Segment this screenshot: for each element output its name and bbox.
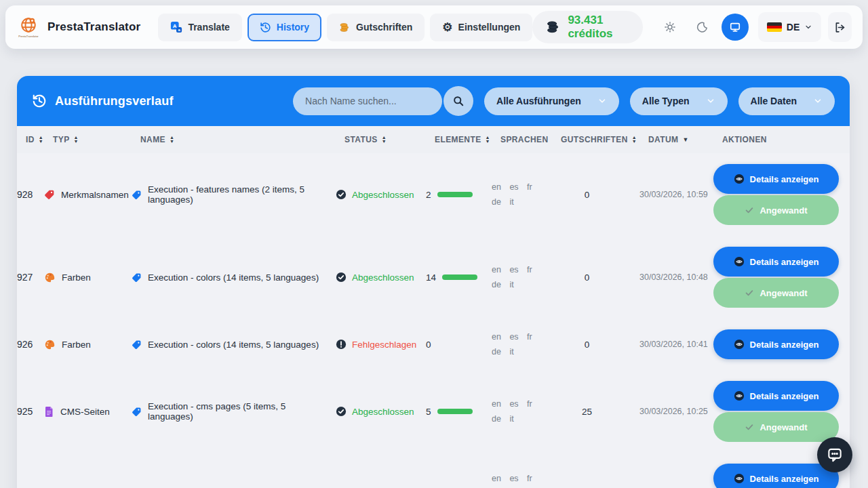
- tab-translate[interactable]: A a Translate: [158, 14, 241, 41]
- sort-icon: ▲▼: [382, 136, 387, 144]
- row-name: Execution - cms pages (5 items, 5 langua…: [132, 401, 336, 422]
- tab-gutschriften[interactable]: Gutschriften: [327, 14, 425, 41]
- progress-bar: [442, 274, 477, 280]
- tab-translate-label: Translate: [188, 22, 229, 33]
- search-input[interactable]: [293, 87, 442, 115]
- applied-button-label: Angewandt: [760, 422, 807, 432]
- status-success-icon: [336, 272, 347, 283]
- progress-bar: [437, 409, 473, 414]
- status-success-icon: [336, 406, 347, 417]
- row-elements: 0: [426, 340, 492, 350]
- filter-dates-label: Alle Daten: [751, 96, 797, 106]
- chevron-down-icon: [804, 23, 812, 31]
- filter-executions[interactable]: Alle Ausführungen: [484, 87, 619, 115]
- row-actions: Details anzeigen Angewandt: [713, 464, 839, 488]
- applied-button-label: Angewandt: [760, 205, 807, 216]
- column-header-typ[interactable]: TYP ▲▼: [53, 135, 140, 144]
- column-header-datum[interactable]: DATUM ▼: [648, 135, 722, 144]
- logout-icon: [833, 21, 846, 34]
- tab-history-label: History: [277, 22, 309, 33]
- row-languages: en es fr de it: [492, 262, 552, 292]
- row-status: Abgeschlossen: [336, 272, 426, 283]
- logo-caption: PrestaTranslator: [18, 35, 38, 38]
- credits-coins-icon: [546, 20, 561, 35]
- applied-button[interactable]: Angewandt: [713, 278, 839, 308]
- tag-red-icon: [44, 189, 55, 200]
- status-badge: Abgeschlossen: [352, 190, 414, 200]
- status-badge: Fehlgeschlagen: [352, 340, 416, 350]
- row-elements: 14: [426, 272, 492, 283]
- row-type-label: CMS-Seiten: [60, 407, 110, 417]
- search-button[interactable]: [443, 86, 473, 116]
- tab-einstellungen[interactable]: ⚙ Einstellungen: [430, 14, 532, 41]
- details-button[interactable]: Details anzeigen: [713, 164, 839, 194]
- row-name: Execution - features names (2 items, 5 l…: [132, 184, 336, 205]
- tab-history[interactable]: History: [248, 14, 321, 41]
- app-logo-icon: PrestaTranslator: [16, 16, 41, 38]
- coins-icon: [339, 22, 351, 33]
- details-button[interactable]: Details anzeigen: [713, 464, 839, 488]
- light-theme-button[interactable]: [656, 14, 684, 41]
- row-elements-count: 2: [426, 190, 431, 200]
- row-actions: Details anzeigen Angewandt: [713, 247, 839, 308]
- chat-fab-button[interactable]: [817, 437, 852, 472]
- row-credits: 0: [552, 340, 639, 350]
- system-theme-button[interactable]: [722, 14, 749, 41]
- cms-file-icon: [44, 406, 54, 418]
- details-button[interactable]: Details anzeigen: [713, 381, 839, 411]
- column-header-aktionen: AKTIONEN: [722, 135, 850, 144]
- history-icon: [260, 22, 271, 33]
- brand: PrestaTranslator PrestaTranslator: [16, 16, 140, 38]
- column-header-name[interactable]: NAME ▲▼: [140, 135, 344, 144]
- row-languages-line1: en es fr: [492, 180, 552, 195]
- row-date: 30/03/2026, 10:25: [639, 407, 713, 416]
- eye-icon: [734, 473, 745, 484]
- eye-icon: [734, 256, 745, 267]
- row-name-label: Execution - colors (14 items, 5 language…: [148, 272, 319, 283]
- table-body: 928: [17, 153, 850, 488]
- dark-theme-button[interactable]: [689, 14, 716, 41]
- credits-badge[interactable]: 93.431 créditos: [532, 11, 642, 43]
- sort-desc-icon: ▼: [682, 136, 688, 143]
- search-icon: [452, 94, 465, 108]
- details-button-label: Details anzeigen: [750, 474, 819, 484]
- row-languages: en es fr de it: [492, 396, 552, 426]
- row-languages: en es fr: [492, 471, 552, 486]
- language-selector[interactable]: DE: [758, 12, 821, 42]
- main-tabs: A a Translate History: [158, 14, 532, 41]
- row-name-label: Execution - features names (2 items, 5 l…: [148, 184, 326, 205]
- monitor-icon: [728, 20, 742, 34]
- svg-text:A: A: [173, 23, 177, 29]
- palette-icon: [44, 272, 56, 283]
- row-elements-count: 5: [426, 407, 431, 417]
- table-row: 926: [17, 319, 850, 370]
- filter-types[interactable]: Alle Typen: [630, 87, 728, 115]
- column-header-id[interactable]: ID ▲▼: [26, 135, 53, 144]
- column-header-status[interactable]: STATUS ▲▼: [344, 135, 435, 144]
- column-header-gutschriften[interactable]: GUTSCHRIFTEN ▲▼: [561, 135, 648, 144]
- applied-button[interactable]: Angewandt: [713, 412, 839, 442]
- table-row: 928: [17, 153, 850, 236]
- credits-amount: 93.431 créditos: [568, 14, 629, 41]
- details-button[interactable]: Details anzeigen: [713, 329, 839, 359]
- details-button[interactable]: Details anzeigen: [713, 247, 839, 277]
- chevron-down-icon: [813, 96, 823, 106]
- row-status: Abgeschlossen: [336, 406, 426, 417]
- applied-button[interactable]: Angewandt: [713, 195, 839, 225]
- row-languages-line1: en es fr: [492, 262, 552, 277]
- status-error-icon: [336, 339, 347, 350]
- row-name: Execution - colors (14 items, 5 language…: [132, 272, 336, 283]
- gear-icon: ⚙: [442, 22, 452, 33]
- row-credits: 0: [552, 272, 639, 283]
- status-badge: Abgeschlossen: [352, 272, 414, 283]
- history-title-icon: [32, 94, 47, 108]
- top-navbar: PrestaTranslator PrestaTranslator A a Tr…: [5, 5, 863, 49]
- eye-icon: [734, 174, 745, 184]
- column-header-sprachen: SPRACHEN: [500, 135, 561, 144]
- logout-button[interactable]: [828, 12, 852, 42]
- row-languages-line2: de it: [492, 195, 552, 209]
- filter-dates[interactable]: Alle Daten: [738, 87, 835, 115]
- column-header-elemente[interactable]: ELEMENTE ▲▼: [435, 135, 500, 144]
- row-languages-line2: de it: [492, 277, 552, 292]
- table-row: 925: [17, 370, 850, 453]
